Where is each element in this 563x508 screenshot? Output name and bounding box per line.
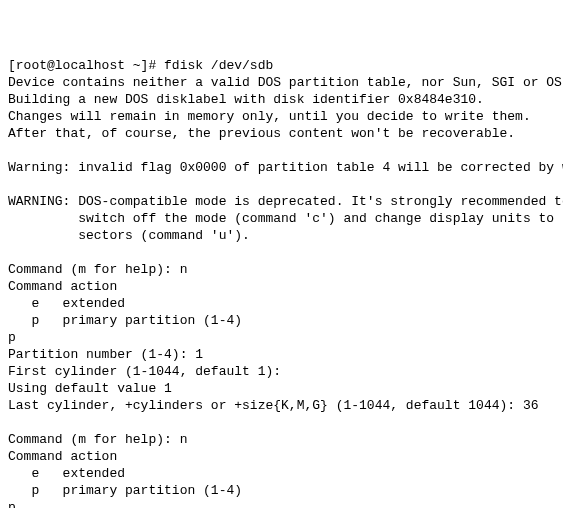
terminal-line: p primary partition (1-4) — [8, 312, 555, 329]
terminal-line: Changes will remain in memory only, unti… — [8, 108, 555, 125]
terminal-line: Partition number (1-4): 1 — [8, 346, 555, 363]
terminal-line: Command (m for help): n — [8, 431, 555, 448]
terminal-line: Using default value 1 — [8, 380, 555, 397]
terminal-line: Command action — [8, 448, 555, 465]
terminal-line — [8, 244, 555, 261]
terminal-line: Warning: invalid flag 0x0000 of partitio… — [8, 159, 555, 176]
terminal-line: Last cylinder, +cylinders or +size{K,M,G… — [8, 397, 555, 414]
terminal-line: Command action — [8, 278, 555, 295]
terminal-line: p — [8, 329, 555, 346]
terminal-line: e extended — [8, 295, 555, 312]
terminal-line: Command (m for help): n — [8, 261, 555, 278]
terminal-line — [8, 142, 555, 159]
terminal-line: sectors (command 'u'). — [8, 227, 555, 244]
terminal-line: Building a new DOS disklabel with disk i… — [8, 91, 555, 108]
terminal-line — [8, 176, 555, 193]
terminal-line: [root@localhost ~]# fdisk /dev/sdb — [8, 57, 555, 74]
terminal-output: [root@localhost ~]# fdisk /dev/sdbDevice… — [8, 57, 555, 508]
terminal-line: Device contains neither a valid DOS part… — [8, 74, 555, 91]
terminal-line: e extended — [8, 465, 555, 482]
terminal-line: After that, of course, the previous cont… — [8, 125, 555, 142]
terminal-line: WARNING: DOS-compatible mode is deprecat… — [8, 193, 555, 210]
terminal-line: switch off the mode (command 'c') and ch… — [8, 210, 555, 227]
terminal-line: p — [8, 499, 555, 508]
terminal-line — [8, 414, 555, 431]
terminal-line: p primary partition (1-4) — [8, 482, 555, 499]
terminal-line: First cylinder (1-1044, default 1): — [8, 363, 555, 380]
